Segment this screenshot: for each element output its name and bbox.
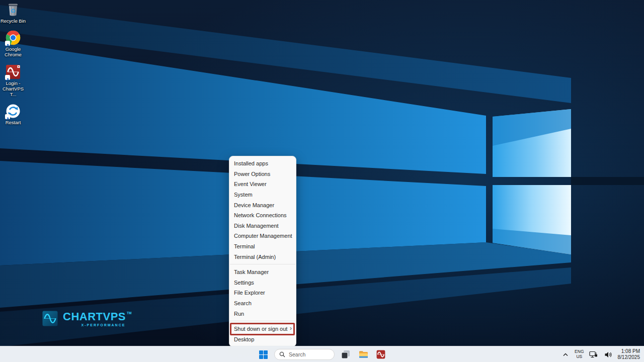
shortcut-arrow-icon <box>5 114 10 119</box>
watermark-brand: CHARTVPS <box>63 311 126 323</box>
svg-text:♻: ♻ <box>11 8 16 15</box>
menu-item-power-options[interactable]: Power Options <box>229 169 296 179</box>
menu-item-desktop[interactable]: Desktop <box>229 334 296 345</box>
desktop-icon-recycle-bin[interactable]: ♻ Recycle Bin <box>0 2 26 24</box>
menu-separator <box>230 264 295 264</box>
winx-context-menu: Installed apps Power Options Event Viewe… <box>229 156 296 347</box>
menu-item-installed-apps[interactable]: Installed apps <box>229 158 296 169</box>
menu-item-run[interactable]: Run <box>229 308 296 319</box>
shortcut-arrow-icon <box>5 41 10 46</box>
desktop-icon-label: Login - ChartVPS T... <box>0 80 27 98</box>
menu-item-network-connections[interactable]: Network Connections <box>229 210 296 221</box>
tray-hidden-icons-button[interactable] <box>561 348 570 361</box>
menu-item-system[interactable]: System <box>229 190 296 200</box>
file-explorer-button[interactable] <box>357 348 370 361</box>
task-view-icon <box>341 350 350 359</box>
desktop-icon-label: Recycle Bin <box>0 18 27 24</box>
chartvps-app-icon <box>376 350 385 359</box>
search-icon <box>279 351 285 357</box>
menu-separator <box>230 321 295 321</box>
menu-item-terminal[interactable]: Terminal <box>229 241 296 252</box>
tray-time: 1:08 PM <box>618 348 640 355</box>
menu-item-device-manager[interactable]: Device Manager <box>229 200 296 210</box>
desktop-icon-label: Google Chrome <box>0 46 27 57</box>
clock[interactable]: 1:08 PM 8/12/2025 <box>618 348 640 361</box>
tray-date: 8/12/2025 <box>618 354 640 361</box>
chartvps-logo-icon <box>42 311 58 326</box>
desktop-icon-label: Restart <box>0 120 27 125</box>
menu-item-task-manager[interactable]: Task Manager <box>229 267 296 278</box>
desktop-icon-restart[interactable]: Restart <box>0 104 26 125</box>
chartvps-watermark: CHARTVPS TM X-PERFORMANCE <box>42 311 131 327</box>
menu-item-file-explorer[interactable]: File Explorer <box>229 288 296 298</box>
watermark-tagline: X-PERFORMANCE <box>82 323 126 327</box>
volume-tray-button[interactable] <box>603 348 613 361</box>
submenu-chevron-icon: › <box>290 325 292 331</box>
menu-item-shutdown-or-sign-out[interactable]: Shut down or sign out › <box>229 324 296 334</box>
taskbar-search-box[interactable] <box>274 349 335 360</box>
desktop: ♻ Recycle Bin Google Chrome <box>0 0 644 362</box>
menu-item-disk-management[interactable]: Disk Management <box>229 221 296 231</box>
start-button[interactable] <box>257 348 270 361</box>
menu-item-settings[interactable]: Settings <box>229 278 296 288</box>
desktop-icon-chartvps-login[interactable]: Login - ChartVPS T... <box>0 64 26 98</box>
menu-item-computer-management[interactable]: Computer Management <box>229 231 296 241</box>
desktop-icon-column: ♻ Recycle Bin Google Chrome <box>0 2 26 125</box>
search-input[interactable] <box>289 351 329 357</box>
desktop-icon-google-chrome[interactable]: Google Chrome <box>0 30 26 57</box>
speaker-icon <box>604 351 612 358</box>
language-indicator[interactable]: ENG US <box>575 349 584 359</box>
menu-item-terminal-admin[interactable]: Terminal (Admin) <box>229 251 296 262</box>
chevron-up-icon <box>563 353 568 356</box>
shortcut-arrow-icon <box>5 75 10 80</box>
chartvps-taskbar-button[interactable] <box>374 348 387 361</box>
menu-item-search[interactable]: Search <box>229 298 296 309</box>
task-view-button[interactable] <box>339 348 352 361</box>
recycle-bin-icon: ♻ <box>6 2 21 17</box>
network-tray-button[interactable] <box>589 348 599 361</box>
ethernet-network-icon <box>589 351 598 358</box>
file-explorer-icon <box>359 350 368 359</box>
menu-item-event-viewer[interactable]: Event Viewer <box>229 179 296 190</box>
taskbar: ENG US 1:08 PM <box>0 346 644 362</box>
windows-hero-wallpaper <box>0 0 644 362</box>
watermark-tm: TM <box>127 311 131 315</box>
windows-logo-icon <box>259 350 268 359</box>
